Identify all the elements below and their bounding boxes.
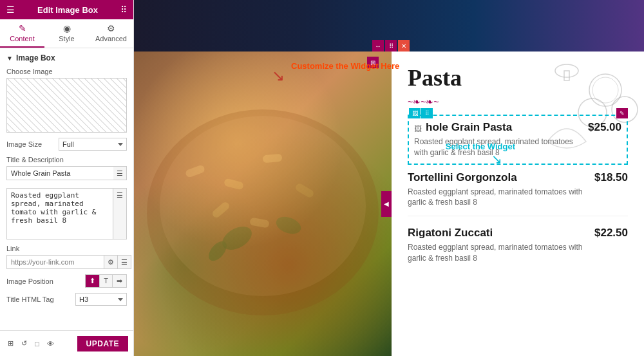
panel-title: Edit Image Box — [37, 5, 98, 15]
link-gear-icon[interactable]: ⚙ — [104, 255, 118, 269]
menu-item-1: 🖼 ⠿ ✎ 🖼 hole Grain Pasta Roasted eggplan… — [408, 115, 628, 165]
left-panel: ☰ Edit Image Box ⠿ ✎ Content ◉ Style ⚙ A… — [0, 0, 134, 356]
html-tag-row: Title HTML Tag H3 — [6, 293, 127, 306]
link-section: Link ⚙ ☰ — [6, 245, 127, 269]
menu-item-2-desc: Roasted eggplant spread, marinated tomat… — [408, 187, 588, 209]
menu-item-2-name: Tortellini Gorgonzola — [408, 171, 588, 184]
update-button[interactable]: UPDATE — [77, 336, 128, 351]
tab-content[interactable]: ✎ Content — [0, 19, 44, 48]
panel-content: ▼ Image Box Choose Image Image Size Full… — [0, 48, 133, 330]
html-tag-select[interactable]: H3 — [75, 293, 127, 306]
item-dots-btn[interactable]: ⠿ — [421, 108, 433, 118]
style-tab-label: Style — [59, 35, 74, 42]
advanced-tab-label: Advanced — [95, 35, 127, 42]
choose-image-label: Choose Image — [6, 68, 127, 75]
title-input[interactable] — [6, 166, 113, 180]
menu-item-2-price: $18.50 — [594, 171, 628, 184]
menu-item-3-price: $22.50 — [594, 227, 628, 239]
widget-close-btn[interactable]: ✕ — [398, 40, 410, 52]
select-widget-text: Select the Widget — [446, 142, 515, 151]
item-image-btn[interactable]: 🖼 — [409, 108, 421, 118]
hero-area: ↔ ⠿ ✕ — [134, 0, 644, 52]
menu-item-2: Tortellini Gorgonzola Roasted eggplant s… — [408, 171, 628, 217]
svg-point-11 — [589, 74, 621, 106]
menu-item-3-desc: Roasted eggplant spread, marinated tomat… — [408, 242, 588, 264]
food-image-panel: ◀ ⊞ — [134, 52, 392, 356]
title-list-icon[interactable]: ☰ — [113, 166, 127, 180]
image-size-row: Image Size Full — [6, 138, 127, 151]
section-arrow-icon: ▼ — [6, 55, 13, 62]
svg-rect-16 — [564, 71, 569, 80]
link-input[interactable] — [6, 255, 104, 269]
menu-item-1-name: hole Grain Pasta — [426, 121, 512, 134]
position-right-btn[interactable]: ➡ — [113, 275, 126, 287]
bottom-eye-btn[interactable]: 👁 — [44, 337, 57, 350]
main-area: ↔ ⠿ ✕ Customize the Widget Here ↗ — [134, 0, 644, 356]
panel-tabs: ✎ Content ◉ Style ⚙ Advanced — [0, 19, 133, 48]
advanced-tab-icon: ⚙ — [107, 23, 115, 33]
grid-icon[interactable]: ⠿ — [120, 5, 127, 15]
style-tab-icon: ◉ — [63, 23, 71, 33]
html-tag-label: Title HTML Tag — [6, 295, 75, 303]
widget-toolbar: ↔ ⠿ ✕ — [372, 40, 410, 52]
menu-item-3-left: Rigatoni Zuccati Roasted eggplant spread… — [408, 227, 588, 264]
bottom-refresh-btn[interactable]: ↺ — [19, 337, 30, 350]
svg-point-1 — [160, 116, 366, 296]
description-textarea[interactable]: Roasted eggplant spread, marinated tomat… — [6, 188, 113, 239]
image-box-section: ▼ Image Box — [6, 53, 127, 62]
content-tab-icon: ✎ — [19, 23, 26, 33]
panel-bottom: ⊞ ↺ □ 👁 UPDATE — [0, 330, 133, 356]
item-toolbar: 🖼 ⠿ — [409, 108, 433, 118]
bottom-save-btn[interactable]: □ — [32, 337, 42, 350]
widget-move-btn[interactable]: ↔ — [372, 40, 384, 52]
panel-toggle-btn[interactable]: ◀ — [381, 191, 392, 217]
description-textarea-row: Roasted eggplant spread, marinated tomat… — [6, 188, 127, 239]
content-area: ◀ ⊞ Pasta ~❧~❧~ — [134, 52, 644, 356]
panel-header: ☰ Edit Image Box ⠿ — [0, 0, 133, 19]
title-desc-label: Title & Description — [6, 156, 127, 164]
widget-dots-btn[interactable]: ⠿ — [385, 40, 397, 52]
tab-style[interactable]: ◉ Style — [44, 19, 89, 48]
select-annotation: Select the Widget ↘ — [446, 142, 515, 167]
image-position-label: Image Position — [6, 277, 85, 285]
section-title: Image Box — [16, 53, 55, 62]
image-position-row: Image Position ⬆ T ➡ — [6, 274, 127, 288]
image-size-select[interactable]: Full — [59, 138, 127, 151]
image-size-label: Image Size — [6, 140, 59, 148]
menu-item-3: Rigatoni Zuccati Roasted eggplant spread… — [408, 227, 628, 272]
menu-item-2-left: Tortellini Gorgonzola Roasted eggplant s… — [408, 171, 588, 209]
position-buttons: ⬆ T ➡ — [85, 274, 127, 288]
select-arrow-icon: ↘ — [491, 151, 502, 167]
menu-content: Pasta ~❧~❧~ Select the Widget ↘ 🖼 ⠿ ✎ 🖼 — [392, 52, 644, 356]
link-list-icon[interactable]: ☰ — [118, 255, 131, 269]
menu-item-3-name: Rigatoni Zuccati — [408, 227, 588, 239]
position-top-btn[interactable]: ⬆ — [86, 275, 100, 287]
bottom-grid-btn[interactable]: ⊞ — [5, 337, 16, 350]
hamburger-icon[interactable]: ☰ — [6, 5, 15, 15]
link-input-row: ⚙ ☰ — [6, 255, 127, 269]
position-left-btn[interactable]: T — [100, 275, 113, 287]
choose-image-box[interactable] — [6, 78, 127, 133]
tab-advanced[interactable]: ⚙ Advanced — [89, 19, 133, 48]
item-edit-btn[interactable]: ✎ — [616, 108, 628, 118]
menu-item-1-icon: 🖼 — [414, 124, 422, 133]
content-tab-label: Content — [10, 35, 35, 42]
pasta-decoration — [134, 52, 392, 356]
desc-list-icon[interactable]: ☰ — [113, 188, 127, 239]
link-label: Link — [6, 245, 127, 252]
menu-item-1-name-row: 🖼 hole Grain Pasta — [414, 121, 582, 136]
customize-annotation: Customize the Widget Here ↗ — [272, 61, 399, 86]
title-input-row: ☰ — [6, 166, 127, 180]
menu-item-1-price: $25.00 — [588, 121, 621, 134]
customize-arrow-icon: ↗ — [272, 68, 399, 86]
